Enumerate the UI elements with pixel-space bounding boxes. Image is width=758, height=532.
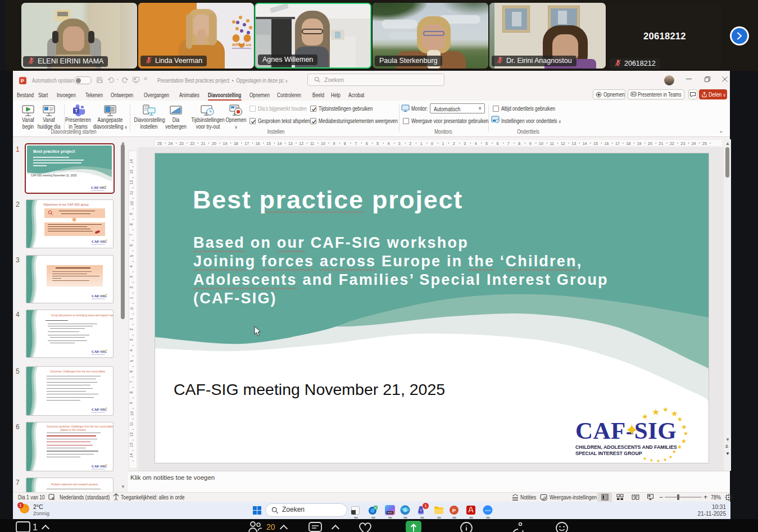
svg-text:25: 25 xyxy=(702,142,707,145)
svg-text:11: 11 xyxy=(310,142,314,145)
svg-text:21: 21 xyxy=(659,142,664,145)
svg-text:0: 0 xyxy=(431,142,433,145)
svg-text:24: 24 xyxy=(169,142,173,145)
svg-text:zoom: zoom xyxy=(485,509,491,512)
svg-text:11: 11 xyxy=(550,142,554,145)
svg-text:8: 8 xyxy=(344,142,346,145)
svg-text:13: 13 xyxy=(571,142,576,145)
svg-text:0: 0 xyxy=(130,307,134,310)
svg-text:11: 11 xyxy=(130,422,134,426)
svg-text:23: 23 xyxy=(680,142,685,145)
svg-text:10: 10 xyxy=(130,201,134,206)
svg-text:16: 16 xyxy=(256,142,260,145)
svg-text:1: 1 xyxy=(130,297,134,299)
svg-text:7: 7 xyxy=(355,142,357,145)
svg-text:7: 7 xyxy=(130,381,134,383)
svg-text:12: 12 xyxy=(130,180,134,185)
svg-text:13: 13 xyxy=(288,142,293,145)
svg-text:14: 14 xyxy=(130,159,134,163)
svg-text:4: 4 xyxy=(475,142,477,145)
svg-text:24: 24 xyxy=(692,142,696,145)
svg-text:8: 8 xyxy=(130,392,134,394)
svg-text:16: 16 xyxy=(605,142,609,145)
svg-text:13: 13 xyxy=(130,443,134,447)
svg-text:10: 10 xyxy=(130,411,134,416)
svg-text:2: 2 xyxy=(130,287,134,289)
svg-text:2: 2 xyxy=(453,142,455,145)
svg-text:8: 8 xyxy=(130,223,134,225)
svg-text:11: 11 xyxy=(130,191,134,195)
svg-text:15: 15 xyxy=(593,142,598,145)
svg-text:6: 6 xyxy=(130,244,134,247)
svg-text:T: T xyxy=(420,509,422,512)
svg-text:4: 4 xyxy=(130,265,134,267)
svg-text:17: 17 xyxy=(615,142,620,145)
svg-text:13: 13 xyxy=(130,170,134,174)
svg-text:12: 12 xyxy=(561,142,565,145)
svg-text:9: 9 xyxy=(130,402,134,404)
svg-text:12: 12 xyxy=(299,142,303,145)
svg-text:9: 9 xyxy=(130,213,134,215)
svg-text:14: 14 xyxy=(278,142,282,145)
svg-text:17: 17 xyxy=(244,142,249,145)
svg-text:1: 1 xyxy=(130,318,134,320)
svg-text:22: 22 xyxy=(670,142,674,145)
svg-text:3: 3 xyxy=(398,142,401,145)
svg-text:18: 18 xyxy=(234,142,238,145)
svg-text:3: 3 xyxy=(130,339,134,341)
svg-text:3: 3 xyxy=(130,276,134,278)
svg-text:22: 22 xyxy=(190,142,194,145)
svg-text:5: 5 xyxy=(485,142,488,145)
svg-text:14: 14 xyxy=(130,453,134,458)
svg-text:4: 4 xyxy=(387,142,389,145)
svg-text:20: 20 xyxy=(648,142,652,145)
svg-text:21: 21 xyxy=(201,142,206,145)
svg-text:15: 15 xyxy=(266,142,271,145)
svg-text:8: 8 xyxy=(518,142,520,145)
svg-text:19: 19 xyxy=(223,142,228,145)
svg-text:6: 6 xyxy=(130,370,134,372)
svg-text:10: 10 xyxy=(539,142,543,145)
svg-text:1: 1 xyxy=(420,142,423,145)
svg-text:18: 18 xyxy=(626,142,630,145)
svg-text:20: 20 xyxy=(212,142,216,145)
svg-text:10: 10 xyxy=(321,142,325,145)
svg-text:M365: M365 xyxy=(388,512,393,514)
svg-text:19: 19 xyxy=(637,142,642,145)
svg-text:12: 12 xyxy=(130,432,134,436)
svg-text:20: 20 xyxy=(266,522,275,531)
svg-text:7: 7 xyxy=(507,142,510,145)
svg-text:3: 3 xyxy=(464,142,466,145)
svg-text:2: 2 xyxy=(409,142,411,145)
svg-text:P: P xyxy=(452,507,456,513)
svg-text:6: 6 xyxy=(496,142,498,145)
svg-text:1: 1 xyxy=(442,142,444,145)
svg-text:2: 2 xyxy=(130,328,134,330)
svg-text:5: 5 xyxy=(130,254,134,257)
svg-text:1: 1 xyxy=(33,522,38,532)
svg-text:4: 4 xyxy=(130,349,134,352)
svg-text:7: 7 xyxy=(130,234,134,236)
svg-text:9: 9 xyxy=(333,142,335,145)
svg-text:T: T xyxy=(75,108,78,113)
svg-text:9: 9 xyxy=(529,142,532,145)
svg-text:5: 5 xyxy=(376,142,379,145)
svg-text:6: 6 xyxy=(366,142,368,145)
svg-text:25: 25 xyxy=(157,142,162,145)
svg-text:23: 23 xyxy=(179,142,184,145)
svg-text:14: 14 xyxy=(583,142,587,145)
svg-text:5: 5 xyxy=(130,360,134,362)
